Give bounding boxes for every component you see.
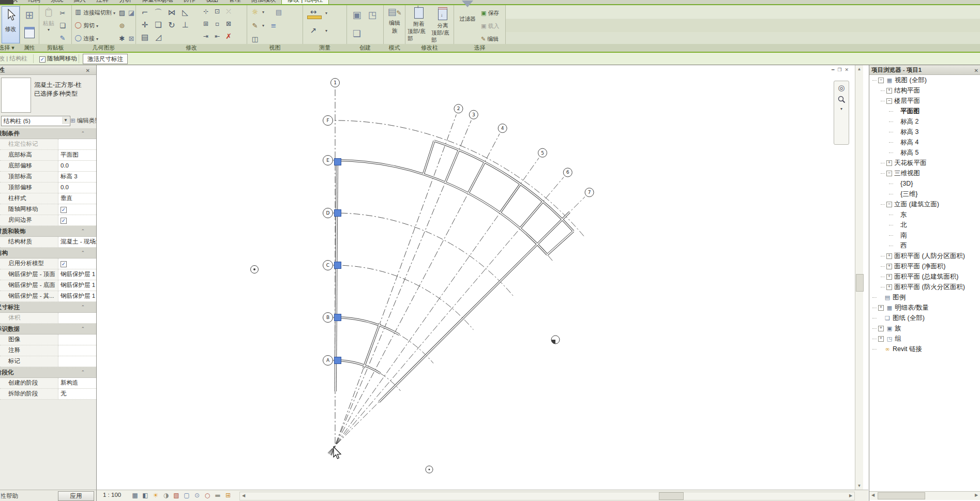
drawing-area[interactable]: FEDCBA1234567 ━❐✕ ◎ ▾ ▲ ▼: [97, 65, 868, 490]
cope-icon[interactable]: ▥: [74, 8, 82, 16]
tree-item[interactable]: ∞Revit 链接: [869, 344, 980, 354]
tree-item[interactable]: 标高 5: [869, 147, 980, 158]
expand-icon[interactable]: +: [878, 336, 884, 342]
rotate-icon[interactable]: ↻: [167, 20, 177, 30]
instance-selector-dropdown[interactable]: 结构柱 (5) ▼: [1, 116, 70, 126]
property-section[interactable]: 标识数据⌃: [0, 324, 96, 335]
tree-item[interactable]: −▦视图 (全部): [869, 75, 980, 85]
panel-label-selection[interactable]: 选择: [454, 44, 505, 52]
tab-协作[interactable]: 协作: [178, 0, 201, 5]
property-section[interactable]: 结构⌃: [0, 248, 96, 259]
tree-item[interactable]: +▦明细表/数量: [869, 302, 980, 313]
linework-icon[interactable]: ✎: [250, 21, 260, 30]
linework-dropdown[interactable]: ▾: [261, 23, 266, 28]
save-selection[interactable]: ▣ 保存: [481, 9, 499, 17]
application-menu-partial[interactable]: [0, 0, 13, 4]
tab-视图[interactable]: 视图: [201, 0, 223, 5]
mirror-pick-axis-icon[interactable]: ⋈: [167, 7, 177, 18]
cut-icon[interactable]: ✂: [58, 8, 67, 18]
move-icon[interactable]: ✛: [140, 20, 150, 30]
property-value[interactable]: ✓: [58, 204, 96, 215]
unjoin-icon[interactable]: ⤫: [224, 7, 233, 16]
cope-label[interactable]: 连接端切割 ▾: [83, 9, 115, 17]
create-group-icon[interactable]: ▣: [351, 8, 363, 21]
apply-button[interactable]: 应用: [58, 491, 94, 501]
array-icon[interactable]: ▤: [140, 32, 150, 42]
panel-label-clipboard[interactable]: 剪贴板: [39, 44, 71, 52]
create-parts-icon[interactable]: ◳: [366, 8, 379, 21]
scale-icon[interactable]: ◿: [153, 32, 163, 42]
tree-item[interactable]: −立面 (建筑立面): [869, 199, 980, 209]
delete-icon[interactable]: ✗: [224, 32, 233, 40]
property-value[interactable]: 垂直: [58, 193, 96, 204]
copy-element-icon[interactable]: ❏: [153, 20, 163, 30]
hide-elements-icon[interactable]: ▤: [274, 7, 283, 17]
box-icon[interactable]: ▫: [213, 20, 221, 28]
panel-label-select[interactable]: 选择 ▾: [0, 44, 20, 52]
matrix-icon[interactable]: ⊞: [202, 20, 210, 28]
property-value[interactable]: 钢筋保护层 1 <...: [58, 291, 96, 301]
tree-item[interactable]: +天花板平面: [869, 158, 980, 168]
attach-top-base-button[interactable]: ↑ 附着 顶部/底部: [408, 6, 430, 47]
match-type-icon[interactable]: ✎: [58, 33, 67, 42]
property-value[interactable]: [58, 139, 96, 149]
tab-系统[interactable]: 系统: [46, 0, 68, 5]
join-geometry-icon[interactable]: ◯: [74, 34, 82, 41]
close-icon[interactable]: ✕: [974, 66, 978, 75]
tree-item[interactable]: {三维}: [869, 189, 980, 199]
measure-between-icon[interactable]: ↗: [308, 26, 319, 35]
panel-label-geometry[interactable]: 几何图形: [72, 44, 135, 52]
property-section[interactable]: 材质和装饰⌃: [0, 226, 96, 237]
property-section[interactable]: 尺寸标注⌃: [0, 302, 96, 313]
tree-item[interactable]: 南: [869, 230, 980, 240]
tree-item[interactable]: +面积平面 (净面积): [869, 261, 980, 271]
view-scale[interactable]: 1 : 100: [103, 492, 121, 498]
horizontal-scrollbar[interactable]: ◀ ▶: [239, 492, 855, 500]
panel-label-measure[interactable]: 测量: [303, 44, 346, 52]
sun-path-icon[interactable]: ☀: [152, 491, 160, 500]
expand-icon[interactable]: +: [886, 160, 892, 166]
tree-item[interactable]: 平面图: [869, 106, 980, 116]
panel-label-mode[interactable]: 模式: [384, 44, 405, 52]
displace-elements-icon[interactable]: ◫: [250, 34, 260, 43]
tab-注释[interactable]: 注释: [91, 0, 114, 5]
panel-label-modify-column[interactable]: 修改柱: [405, 44, 454, 52]
visual-style-icon[interactable]: ◧: [141, 491, 149, 500]
reference-marks[interactable]: [251, 266, 560, 474]
detach-top-base-button[interactable]: ↓ 分离 顶部/底部: [431, 6, 454, 47]
filter-button[interactable]: 过滤器: [457, 7, 478, 45]
expand-icon[interactable]: +: [886, 264, 892, 269]
properties-help-link[interactable]: 属性帮助: [1, 492, 37, 500]
edit-selection[interactable]: ✎ 编辑: [481, 35, 499, 43]
close-icon[interactable]: ✕: [86, 66, 90, 75]
crop-region-icon[interactable]: ▢: [183, 491, 191, 500]
tree-item[interactable]: +▣族: [869, 323, 980, 333]
vertical-scrollbar[interactable]: ▲ ▼: [855, 65, 863, 490]
reveal-dropdown[interactable]: ▾: [261, 9, 266, 14]
collapse-icon[interactable]: −: [878, 78, 884, 83]
scroll-down-icon[interactable]: ▼: [855, 482, 863, 490]
worksharing-display-icon[interactable]: ▬: [214, 491, 222, 500]
analytical-model-icon[interactable]: ⊞: [224, 491, 232, 500]
property-value[interactable]: 标高 3: [58, 172, 96, 182]
property-value[interactable]: 钢筋保护层 1 <...: [58, 280, 96, 291]
join-geometry-label[interactable]: 连接 ▾: [83, 35, 98, 42]
tab-附加模块[interactable]: 附加模块: [246, 0, 281, 5]
create-assembly-icon[interactable]: ❏: [351, 27, 363, 39]
split-face-icon[interactable]: ◪: [127, 8, 135, 17]
property-value[interactable]: 新构造: [58, 378, 96, 388]
temporary-hide-isolate-icon[interactable]: ⊙: [193, 491, 201, 500]
property-section[interactable]: 阶段化⌃: [0, 367, 96, 378]
panel-label-modify[interactable]: 修改: [136, 44, 247, 52]
zoom-dropdown-icon[interactable]: ▾: [840, 107, 842, 111]
expand-icon[interactable]: +: [878, 326, 884, 331]
tab-结构[interactable]: 结构: [23, 0, 46, 5]
zoom-icon[interactable]: [838, 96, 846, 103]
checkbox-icon[interactable]: ✓: [61, 218, 67, 224]
shadows-icon[interactable]: ◑: [162, 491, 170, 500]
collapse-icon[interactable]: ⌃: [81, 248, 85, 258]
split-with-gap-icon[interactable]: ⊡: [213, 7, 221, 16]
scroll-up-icon[interactable]: ▲: [855, 65, 863, 73]
property-value[interactable]: ✓: [58, 259, 96, 269]
collapse-icon[interactable]: ⌃: [81, 128, 85, 139]
